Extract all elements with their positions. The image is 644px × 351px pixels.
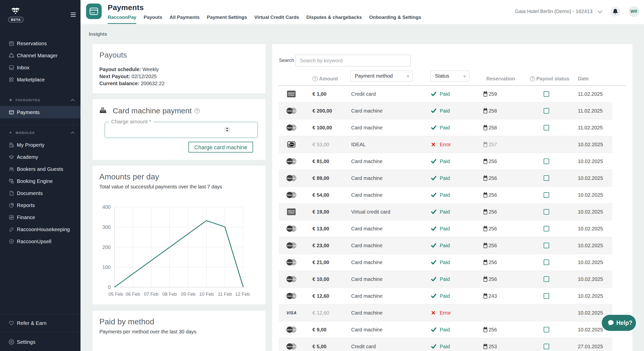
- svg-text:09 Feb: 09 Feb: [181, 291, 195, 297]
- svg-text:MasterCard: MasterCard: [287, 160, 296, 163]
- svg-text:MasterCard: MasterCard: [287, 110, 296, 112]
- svg-text:05 Feb: 05 Feb: [108, 291, 123, 297]
- svg-text:MasterCard: MasterCard: [287, 228, 296, 230]
- svg-text:MasterCard: MasterCard: [287, 244, 296, 247]
- svg-text:300: 300: [102, 224, 111, 230]
- svg-text:0: 0: [108, 284, 111, 290]
- svg-text:11 Feb: 11 Feb: [218, 291, 232, 297]
- svg-text:400: 400: [102, 204, 111, 210]
- svg-text:100: 100: [102, 264, 111, 270]
- svg-text:EXPRESS: EXPRESS: [288, 94, 294, 96]
- svg-text:06 Feb: 06 Feb: [126, 291, 140, 297]
- svg-text:MasterCard: MasterCard: [287, 194, 296, 196]
- svg-text:MasterCard: MasterCard: [287, 345, 296, 348]
- svg-text:MasterCard: MasterCard: [287, 329, 296, 331]
- svg-text:MasterCard: MasterCard: [287, 278, 296, 280]
- svg-text:12 Feb: 12 Feb: [235, 291, 250, 297]
- svg-text:VISA: VISA: [287, 311, 297, 315]
- svg-text:MasterCard: MasterCard: [287, 295, 296, 297]
- svg-text:200: 200: [102, 244, 111, 250]
- svg-text:EXPRESS: EXPRESS: [288, 212, 294, 214]
- svg-text:AMERICAN: AMERICAN: [288, 210, 295, 212]
- svg-text:MasterCard: MasterCard: [287, 261, 296, 264]
- svg-text:MasterCard: MasterCard: [287, 177, 296, 179]
- svg-text:DEAL: DEAL: [290, 143, 294, 145]
- svg-text:AMERICAN: AMERICAN: [288, 92, 295, 94]
- svg-text:08 Feb: 08 Feb: [162, 291, 177, 297]
- svg-text:MasterCard: MasterCard: [287, 127, 296, 129]
- svg-text:10 Feb: 10 Feb: [199, 291, 214, 297]
- svg-text:07 Feb: 07 Feb: [144, 291, 158, 297]
